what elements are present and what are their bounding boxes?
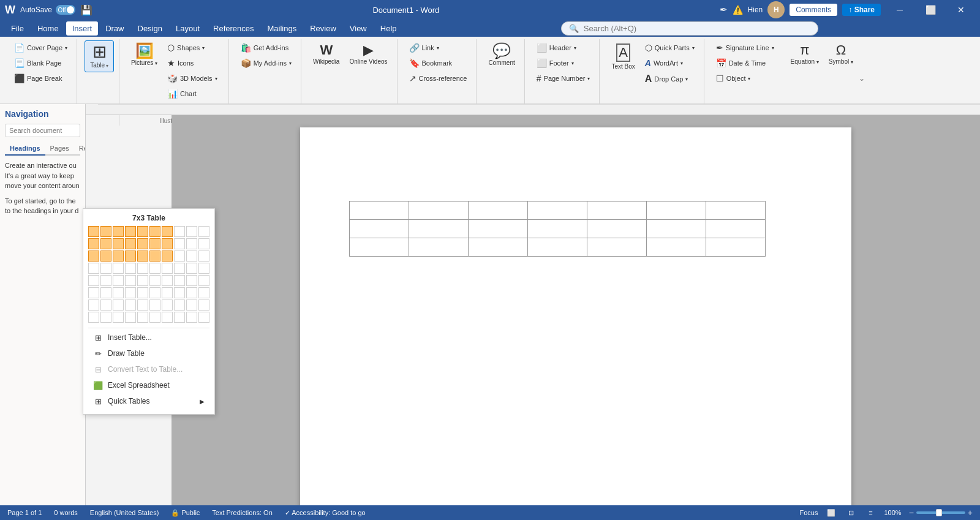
grid-cell[interactable] [137, 300, 148, 311]
get-addins-button[interactable]: 🛍️ Get Add-ins [236, 40, 296, 55]
table-button[interactable]: ⊞ Table ▾ [85, 40, 114, 72]
grid-cell[interactable] [198, 251, 209, 262]
footer-button[interactable]: ⬜ Footer▾ [532, 56, 595, 70]
text-box-button[interactable]: A Text Box [607, 40, 639, 73]
grid-cell[interactable] [100, 312, 111, 323]
grid-cell[interactable] [198, 312, 209, 323]
save-icon[interactable]: 💾 [80, 4, 92, 16]
grid-cell[interactable] [186, 263, 197, 274]
maximize-button[interactable]: ⬜ [916, 0, 944, 20]
grid-cell[interactable] [100, 226, 111, 237]
grid-cell[interactable] [100, 263, 111, 274]
bookmark-button[interactable]: 🔖 Bookmark [405, 56, 472, 70]
grid-cell[interactable] [88, 226, 99, 237]
grid-cell[interactable] [137, 226, 148, 237]
menu-references[interactable]: References [207, 21, 260, 36]
grid-cell[interactable] [186, 251, 197, 262]
grid-cell[interactable] [162, 275, 173, 286]
grid-cell[interactable] [149, 275, 160, 286]
grid-cell[interactable] [88, 287, 99, 298]
grid-cell[interactable] [174, 263, 185, 274]
menu-layout[interactable]: Layout [170, 21, 206, 36]
shapes-button[interactable]: ⬡ Shapes▾ [163, 40, 224, 55]
nav-tab-results[interactable]: Results [74, 142, 86, 154]
grid-cell[interactable] [100, 251, 111, 262]
my-addins-button[interactable]: 📦 My Add-ins▾ [236, 56, 296, 70]
grid-cell[interactable] [125, 238, 136, 249]
grid-cell[interactable] [149, 251, 160, 262]
header-button[interactable]: ⬜ Header▾ [532, 40, 595, 55]
more-symbols-chevron[interactable]: ⌄ [859, 74, 865, 83]
grid-cell[interactable] [198, 238, 209, 249]
grid-cell[interactable] [186, 287, 197, 298]
grid-cell[interactable] [113, 300, 124, 311]
grid-cell[interactable] [149, 226, 160, 237]
grid-cell[interactable] [174, 238, 185, 249]
nav-search-input[interactable] [5, 124, 80, 137]
grid-cell[interactable] [100, 275, 111, 286]
minimize-button[interactable]: ─ [886, 0, 914, 20]
grid-cell[interactable] [198, 226, 209, 237]
insert-table-button[interactable]: ⊞ Insert Table... [88, 330, 209, 345]
grid-cell[interactable] [162, 238, 173, 249]
zoom-slider[interactable] [916, 511, 965, 514]
quick-tables-button[interactable]: ⊞ Quick Tables ▶ [88, 393, 209, 409]
excel-spreadsheet-button[interactable]: 🟩 Excel Spreadsheet [88, 377, 209, 393]
grid-cell[interactable] [125, 251, 136, 262]
read-mode-button[interactable]: ≡ [864, 507, 876, 519]
equation-button[interactable]: π Equation ▾ [786, 40, 823, 69]
grid-cell[interactable] [186, 238, 197, 249]
close-button[interactable]: ✕ [947, 0, 975, 20]
grid-cell[interactable] [113, 263, 124, 274]
grid-cell[interactable] [186, 312, 197, 323]
autosave-toggle[interactable]: Off [56, 5, 75, 15]
menu-review[interactable]: Review [304, 21, 342, 36]
grid-cell[interactable] [113, 238, 124, 249]
grid-cell[interactable] [186, 300, 197, 311]
web-layout-button[interactable]: ⊡ [845, 507, 857, 519]
grid-cell[interactable] [88, 275, 99, 286]
blank-page-button[interactable]: 📃 Blank Page [10, 56, 72, 70]
grid-cell[interactable] [162, 300, 173, 311]
grid-cell[interactable] [125, 312, 136, 323]
grid-cell[interactable] [137, 312, 148, 323]
chart-button[interactable]: 📊 Chart [163, 86, 224, 101]
menu-view[interactable]: View [344, 21, 373, 36]
grid-cell[interactable] [162, 226, 173, 237]
cross-reference-button[interactable]: ↗ Cross-reference [405, 71, 472, 86]
grid-cell[interactable] [174, 312, 185, 323]
grid-cell[interactable] [88, 238, 99, 249]
page-number-button[interactable]: # Page Number▾ [532, 71, 595, 86]
grid-cell[interactable] [162, 251, 173, 262]
menu-insert[interactable]: Insert [66, 21, 99, 36]
menu-help[interactable]: Help [374, 21, 403, 36]
grid-cell[interactable] [137, 238, 148, 249]
grid-cell[interactable] [100, 238, 111, 249]
grid-cell[interactable] [113, 275, 124, 286]
zoom-in-button[interactable]: + [968, 508, 973, 518]
grid-cell[interactable] [125, 275, 136, 286]
share-button[interactable]: ↑ Share [842, 4, 881, 16]
grid-cell[interactable] [113, 287, 124, 298]
grid-cell[interactable] [125, 287, 136, 298]
grid-cell[interactable] [162, 263, 173, 274]
grid-cell[interactable] [149, 263, 160, 274]
cover-page-button[interactable]: 📄 Cover Page▾ [10, 40, 72, 55]
page-break-button[interactable]: ⬛ Page Break [10, 71, 72, 86]
grid-cell[interactable] [137, 251, 148, 262]
menu-mailings[interactable]: Mailings [262, 21, 303, 36]
grid-cell[interactable] [149, 312, 160, 323]
zoom-out-button[interactable]: − [909, 508, 914, 518]
grid-cell[interactable] [137, 275, 148, 286]
grid-cell[interactable] [88, 251, 99, 262]
drop-cap-button[interactable]: A Drop Cap▾ [641, 71, 699, 87]
grid-cell[interactable] [113, 312, 124, 323]
print-layout-button[interactable]: ⬜ [825, 507, 837, 519]
document-area[interactable] [172, 115, 980, 505]
online-videos-button[interactable]: ▶ Online Videos [345, 40, 391, 69]
wordart-button[interactable]: A WordArt▾ [641, 56, 699, 70]
wikipedia-button[interactable]: W Wikipedia [309, 40, 344, 69]
grid-cell[interactable] [174, 287, 185, 298]
grid-cell[interactable] [125, 263, 136, 274]
grid-cell[interactable] [198, 275, 209, 286]
